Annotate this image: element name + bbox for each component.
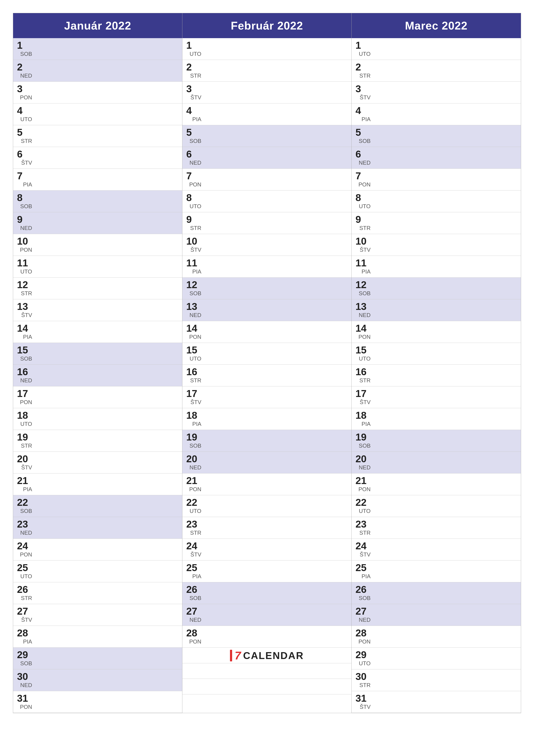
day-name-2-2: ŠTV [360, 94, 370, 100]
day-name-2-3: PIA [362, 116, 370, 122]
day-row-empty-1-30 [182, 679, 351, 694]
day-name-2-24: PIA [362, 574, 370, 579]
day-content-2-4: 5SOB [355, 127, 370, 145]
day-content-0-24: 25UTO [17, 563, 32, 580]
day-row-1-13: 14PON [182, 321, 351, 343]
day-number-1-12: 13 [186, 302, 201, 311]
day-row-2-23: 24ŠTV [352, 539, 521, 560]
day-row-1-9: 10ŠTV [182, 234, 351, 256]
day-name-2-18: SOB [359, 443, 370, 448]
month-col-2: Marec 20221UTO2STR3ŠTV4PIA5SOB6NED7PON8U… [352, 13, 521, 713]
day-row-1-0: 1UTO [182, 38, 351, 60]
day-name-0-7: SOB [20, 203, 32, 209]
day-content-2-3: 4PIA [355, 106, 370, 123]
day-number-1-9: 10 [186, 236, 201, 246]
day-content-0-20: 21PIA [17, 475, 32, 493]
logo-bar-icon [230, 650, 232, 662]
day-content-2-17: 18PIA [355, 410, 370, 428]
day-number-2-13: 14 [355, 323, 370, 333]
day-row-2-19: 20NED [352, 452, 521, 473]
day-name-1-23: ŠTV [191, 552, 201, 557]
day-row-2-12: 13NED [352, 299, 521, 321]
day-number-1-25: 26 [186, 584, 201, 594]
day-content-0-1: 2NED [17, 62, 32, 80]
day-content-0-27: 28PIA [17, 628, 32, 646]
day-name-0-11: STR [21, 290, 32, 296]
day-content-0-15: 16NED [17, 367, 32, 385]
day-content-2-7: 8UTO [355, 193, 370, 210]
day-content-1-19: 20NED [186, 454, 201, 472]
day-row-2-28: 29UTO [352, 648, 521, 669]
day-row-2-22: 23STR [352, 517, 521, 539]
calendar-grid: Január 20221SOB2NED3PON4UTO5STR6ŠTV7PIA8… [13, 13, 521, 713]
day-row-0-7: 8SOB [13, 191, 182, 212]
day-name-1-2: ŠTV [191, 94, 201, 100]
day-number-2-5: 6 [355, 149, 370, 159]
day-row-1-25: 26SOB [182, 582, 351, 604]
day-name-1-26: NED [190, 617, 201, 623]
day-row-1-11: 12SOB [182, 278, 351, 299]
day-number-1-24: 25 [186, 563, 201, 573]
day-row-2-7: 8UTO [352, 191, 521, 212]
day-content-2-2: 3ŠTV [355, 84, 370, 101]
day-number-2-25: 26 [355, 584, 370, 594]
day-row-2-24: 25PIA [352, 560, 521, 582]
month-header-2: Marec 2022 [352, 13, 521, 38]
day-name-0-2: PON [20, 94, 32, 100]
day-content-1-8: 9STR [186, 214, 201, 232]
day-row-1-5: 6NED [182, 147, 351, 169]
day-content-1-7: 8UTO [186, 193, 201, 210]
day-content-0-12: 13ŠTV [17, 302, 32, 319]
day-name-1-3: PIA [192, 116, 201, 122]
day-name-0-23: PON [20, 552, 32, 557]
day-number-2-27: 28 [355, 628, 370, 638]
day-content-2-25: 26SOB [355, 584, 370, 602]
day-number-2-20: 21 [355, 475, 370, 486]
day-content-2-16: 17ŠTV [355, 389, 370, 406]
day-content-1-6: 7PON [186, 171, 201, 189]
day-row-1-19: 20NED [182, 452, 351, 473]
day-name-2-4: SOB [359, 138, 370, 144]
logo-text: CALENDAR [243, 650, 304, 662]
day-number-1-2: 3 [186, 84, 201, 94]
month-col-0: Január 20221SOB2NED3PON4UTO5STR6ŠTV7PIA8… [13, 13, 182, 713]
day-row-0-20: 21PIA [13, 473, 182, 495]
day-number-2-29: 30 [355, 671, 370, 682]
day-name-1-15: STR [190, 378, 201, 383]
day-name-0-24: UTO [20, 574, 32, 579]
day-name-1-22: STR [190, 530, 201, 535]
month-header-1: Február 2022 [182, 13, 351, 38]
day-name-1-5: NED [190, 160, 201, 166]
day-number-0-18: 19 [17, 432, 32, 442]
day-content-2-18: 19SOB [355, 432, 370, 450]
day-number-1-17: 18 [186, 410, 201, 420]
day-content-2-22: 23STR [355, 519, 370, 537]
day-number-2-10: 11 [355, 258, 370, 268]
day-content-0-16: 17PON [17, 389, 32, 406]
day-number-0-25: 26 [17, 584, 32, 594]
day-name-0-18: STR [21, 443, 32, 448]
day-content-2-19: 20NED [355, 454, 370, 472]
day-number-2-21: 22 [355, 498, 370, 507]
day-row-1-10: 11PIA [182, 256, 351, 278]
day-content-1-18: 19SOB [186, 432, 201, 450]
day-content-1-17: 18PIA [186, 410, 201, 428]
day-name-1-11: SOB [190, 290, 201, 296]
day-name-2-27: PON [359, 639, 370, 644]
day-content-2-28: 29UTO [355, 650, 370, 667]
day-row-2-0: 1UTO [352, 38, 521, 60]
day-row-0-1: 2NED [13, 60, 182, 82]
day-number-1-18: 19 [186, 432, 201, 442]
day-row-2-27: 28PON [352, 626, 521, 648]
day-content-2-20: 21PON [355, 475, 370, 493]
day-row-1-2: 3ŠTV [182, 82, 351, 103]
day-content-1-22: 23STR [186, 519, 201, 537]
day-number-0-28: 29 [17, 650, 32, 660]
day-row-2-30: 31ŠTV [352, 691, 521, 713]
day-name-2-13: PON [359, 334, 370, 339]
day-content-1-26: 27NED [186, 606, 201, 624]
day-name-0-21: SOB [20, 508, 32, 514]
day-row-2-29: 30STR [352, 669, 521, 691]
day-number-2-7: 8 [355, 193, 370, 202]
day-content-2-30: 31ŠTV [355, 693, 370, 711]
